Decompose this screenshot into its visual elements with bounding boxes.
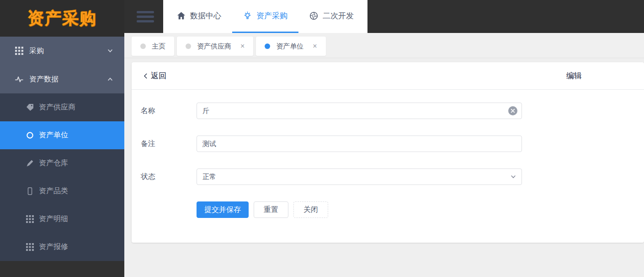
nav-tab-label: 数据中心 — [190, 11, 221, 21]
tag-icon — [26, 103, 34, 111]
submit-save-button[interactable]: 提交并保存 — [197, 201, 249, 218]
status-select[interactable]: 正常 — [197, 168, 522, 185]
sidebar-item-label: 资产品类 — [39, 186, 68, 196]
tab-label: 资产单位 — [276, 42, 303, 51]
edit-panel: 返回 编辑 名称 备注 — [132, 62, 644, 243]
tab-status-dot — [265, 43, 270, 49]
app-root: 资产采购 采购 资产数据 — [0, 0, 644, 277]
main-content: 返回 编辑 名称 备注 — [124, 58, 644, 277]
tab-asset-supplier[interactable]: 资产供应商 × — [177, 37, 253, 56]
form-row-status: 状态 正常 — [141, 168, 644, 185]
close-icon[interactable]: × — [313, 43, 317, 50]
form-row-name: 名称 — [141, 103, 644, 119]
close-icon[interactable]: × — [240, 43, 245, 50]
topbar: 数据中心 资产采购 二次开发 — [124, 0, 644, 33]
back-button[interactable]: 返回 — [143, 71, 166, 81]
circle-icon — [26, 131, 34, 139]
tab-status-dot — [140, 43, 146, 49]
bulb-icon — [243, 11, 252, 20]
tab-status-dot — [186, 43, 191, 49]
nav-tab-label: 资产采购 — [256, 11, 287, 21]
pen-icon — [26, 159, 34, 167]
form-row-remark: 备注 — [141, 136, 644, 152]
tab-label: 主页 — [152, 42, 165, 51]
panel-header: 返回 编辑 — [132, 62, 644, 90]
pulse-icon — [15, 75, 23, 83]
sidebar-item-label: 资产明细 — [39, 214, 68, 224]
sidebar-item-label: 资产供应商 — [39, 103, 75, 112]
grid-icon — [15, 47, 23, 55]
back-button-label: 返回 — [151, 71, 166, 81]
tab-label: 资产供应商 — [197, 42, 231, 51]
asset-unit-form: 名称 备注 状态 — [132, 90, 644, 218]
chevron-down-icon — [510, 174, 516, 180]
sidebar-group-asset-data[interactable]: 资产数据 — [0, 65, 124, 93]
nav-tab-asset-procurement[interactable]: 资产采购 — [232, 0, 298, 33]
name-field-label: 名称 — [141, 106, 197, 116]
sidebar-item-asset-category[interactable]: 资产品类 — [0, 177, 124, 205]
remark-input[interactable] — [197, 136, 522, 152]
sidebar-group-procurement[interactable]: 采购 — [0, 37, 124, 65]
clear-input-icon[interactable] — [508, 106, 517, 115]
tab-home[interactable]: 主页 — [132, 37, 174, 56]
status-select-value: 正常 — [202, 173, 216, 181]
chevron-left-icon — [143, 73, 149, 79]
app-logo: 资产采购 — [0, 0, 124, 37]
sidebar-group-label: 采购 — [29, 46, 44, 56]
tab-asset-unit[interactable]: 资产单位 × — [256, 37, 325, 56]
sidebar-group-label: 资产数据 — [29, 75, 59, 84]
sidebar-item-asset-unit[interactable]: 资产单位 — [0, 121, 124, 149]
remark-field-label: 备注 — [141, 139, 197, 149]
form-actions: 提交并保存 重置 关闭 — [197, 201, 644, 218]
top-navigation: 数据中心 资产采购 二次开发 — [163, 0, 367, 33]
nav-tab-data-center[interactable]: 数据中心 — [166, 0, 232, 33]
grid-icon — [26, 215, 34, 223]
hamburger-menu-icon[interactable] — [137, 11, 154, 22]
close-button[interactable]: 关闭 — [293, 201, 328, 218]
nav-tab-secondary-dev[interactable]: 二次开发 — [298, 0, 365, 33]
sidebar-submenu: 资产供应商 资产单位 资产仓库 — [0, 93, 124, 261]
sidebar-menu: 采购 资产数据 资产供应商 — [0, 37, 124, 261]
sidebar-item-label: 资产报修 — [39, 242, 68, 252]
aperture-icon — [309, 11, 318, 20]
sidebar-item-asset-warehouse[interactable]: 资产仓库 — [0, 149, 124, 177]
sidebar-item-label: 资产仓库 — [39, 158, 68, 168]
status-field-label: 状态 — [141, 172, 197, 182]
sidebar-item-asset-supplier[interactable]: 资产供应商 — [0, 93, 124, 121]
chevron-up-icon — [107, 76, 113, 82]
edit-button[interactable]: 编辑 — [566, 71, 582, 81]
name-input[interactable] — [197, 103, 522, 119]
app-logo-text: 资产采购 — [27, 7, 97, 30]
grid-icon — [26, 243, 34, 251]
sidebar-item-label: 资产单位 — [39, 130, 68, 140]
home-icon — [177, 11, 186, 20]
phone-icon — [26, 187, 34, 195]
reset-button[interactable]: 重置 — [254, 201, 288, 218]
nav-tab-label: 二次开发 — [323, 11, 354, 21]
sidebar-item-asset-repair[interactable]: 资产报修 — [0, 233, 124, 261]
open-tabs-bar: 主页 资产供应商 × 资产单位 × — [124, 33, 644, 58]
sidebar-item-asset-detail[interactable]: 资产明细 — [0, 205, 124, 233]
sidebar: 资产采购 采购 资产数据 — [0, 0, 124, 277]
chevron-down-icon — [107, 48, 113, 54]
